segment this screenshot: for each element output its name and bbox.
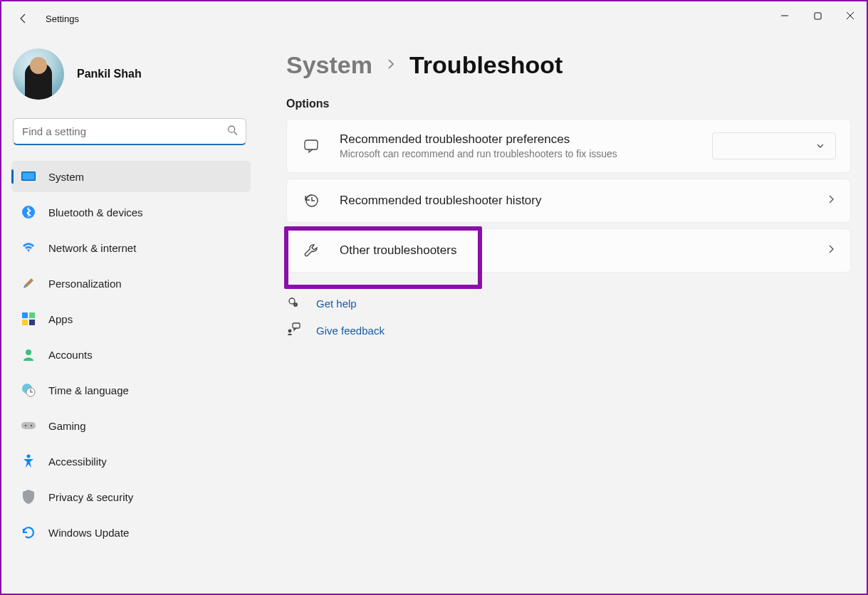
card-title: Recommended troubleshooter preferences (340, 132, 694, 147)
search-input[interactable] (13, 118, 246, 145)
sidebar-item-update[interactable]: Windows Update (11, 517, 251, 548)
chevron-right-icon (826, 244, 836, 257)
close-icon (846, 11, 854, 20)
help-row-feedback: Give feedback (286, 320, 851, 341)
sidebar-item-label: Apps (48, 313, 73, 325)
sidebar-item-label: Bluetooth & devices (48, 206, 143, 218)
get-help-link[interactable]: Get help (316, 298, 357, 310)
svg-rect-11 (22, 320, 28, 325)
breadcrumb: System Troubleshoot (286, 51, 851, 79)
sidebar-item-system[interactable]: System (11, 161, 251, 192)
wrench-icon (301, 242, 321, 259)
maximize-icon (814, 12, 822, 20)
sidebar: Pankil Shah System Bluetooth & devices (1, 36, 258, 594)
sidebar-item-apps[interactable]: Apps (11, 303, 251, 335)
sidebar-item-network[interactable]: Network & internet (11, 232, 251, 263)
sidebar-item-label: Windows Update (48, 527, 129, 539)
system-icon (21, 169, 36, 184)
help-row-get-help: Get help (286, 293, 851, 314)
sidebar-item-label: Time & language (48, 384, 129, 396)
minimize-icon (780, 11, 789, 20)
user-name: Pankil Shah (77, 68, 142, 80)
sidebar-item-gaming[interactable]: Gaming (11, 410, 251, 441)
titlebar: Settings (1, 1, 867, 36)
bluetooth-icon (21, 205, 36, 219)
section-heading: Options (286, 98, 851, 110)
card-recommended-prefs[interactable]: Recommended troubleshooter preferences M… (286, 119, 851, 173)
chevron-down-icon (815, 141, 825, 151)
arrow-left-icon (18, 13, 29, 24)
avatar (13, 48, 64, 100)
shield-icon (21, 490, 36, 504)
svg-rect-10 (29, 312, 35, 318)
card-other-troubleshooters[interactable]: Other troubleshooters (286, 228, 851, 273)
svg-rect-16 (21, 422, 36, 429)
card-title: Other troubleshooters (340, 243, 807, 258)
wifi-icon (21, 241, 36, 255)
paintbrush-icon (21, 276, 36, 290)
back-button[interactable] (13, 8, 34, 29)
sidebar-item-label: Personalization (48, 278, 122, 290)
accessibility-icon (21, 454, 36, 468)
close-button[interactable] (834, 1, 867, 30)
card-title: Recommended troubleshooter history (340, 194, 807, 208)
svg-point-4 (229, 126, 235, 132)
update-icon (21, 525, 36, 539)
chat-icon (301, 137, 321, 154)
window-controls (768, 1, 867, 30)
sidebar-item-label: Gaming (48, 420, 86, 432)
breadcrumb-current: Troubleshoot (409, 51, 563, 79)
chevron-right-icon (826, 194, 836, 207)
clock-globe-icon (21, 383, 36, 397)
card-subtitle: Microsoft can recommend and run troubles… (340, 148, 694, 159)
app-title: Settings (46, 14, 79, 24)
chevron-right-icon (385, 58, 397, 73)
sidebar-item-time[interactable]: Time & language (11, 374, 251, 406)
svg-line-5 (234, 132, 237, 135)
svg-point-25 (288, 330, 292, 333)
sidebar-item-label: System (48, 171, 84, 183)
sidebar-item-privacy[interactable]: Privacy & security (11, 481, 251, 512)
minimize-button[interactable] (768, 1, 801, 30)
sidebar-item-label: Privacy & security (48, 491, 133, 503)
svg-rect-12 (29, 320, 35, 325)
search-wrap (13, 118, 246, 145)
svg-point-22 (289, 298, 295, 304)
svg-rect-20 (305, 140, 318, 149)
give-feedback-link[interactable]: Give feedback (316, 325, 385, 337)
accounts-icon (21, 347, 36, 362)
sidebar-item-label: Accounts (48, 349, 93, 361)
history-icon (301, 192, 321, 209)
svg-point-17 (25, 425, 26, 426)
sidebar-item-label: Network & internet (48, 242, 136, 254)
card-troubleshooter-history[interactable]: Recommended troubleshooter history (286, 179, 851, 223)
svg-point-13 (26, 349, 31, 355)
sidebar-item-accessibility[interactable]: Accessibility (11, 446, 251, 477)
svg-rect-1 (815, 13, 821, 19)
sidebar-item-label: Accessibility (48, 456, 107, 468)
sidebar-nav: System Bluetooth & devices Network & int… (11, 161, 251, 552)
apps-icon (21, 312, 36, 326)
profile-block[interactable]: Pankil Shah (11, 48, 251, 100)
svg-rect-9 (22, 312, 28, 318)
svg-rect-7 (23, 173, 35, 180)
gaming-icon (21, 418, 36, 433)
sidebar-item-bluetooth[interactable]: Bluetooth & devices (11, 196, 251, 228)
svg-point-19 (27, 455, 31, 458)
main-content: System Troubleshoot Options Recommended … (258, 36, 867, 594)
feedback-icon (286, 322, 299, 338)
prefs-dropdown[interactable] (712, 132, 836, 159)
sidebar-item-accounts[interactable]: Accounts (11, 339, 251, 370)
sidebar-item-personalization[interactable]: Personalization (11, 268, 251, 299)
svg-rect-26 (293, 323, 300, 328)
help-icon (286, 295, 299, 311)
maximize-button[interactable] (801, 1, 834, 30)
breadcrumb-parent[interactable]: System (286, 51, 372, 79)
svg-point-18 (31, 425, 32, 426)
search-icon (227, 125, 238, 139)
